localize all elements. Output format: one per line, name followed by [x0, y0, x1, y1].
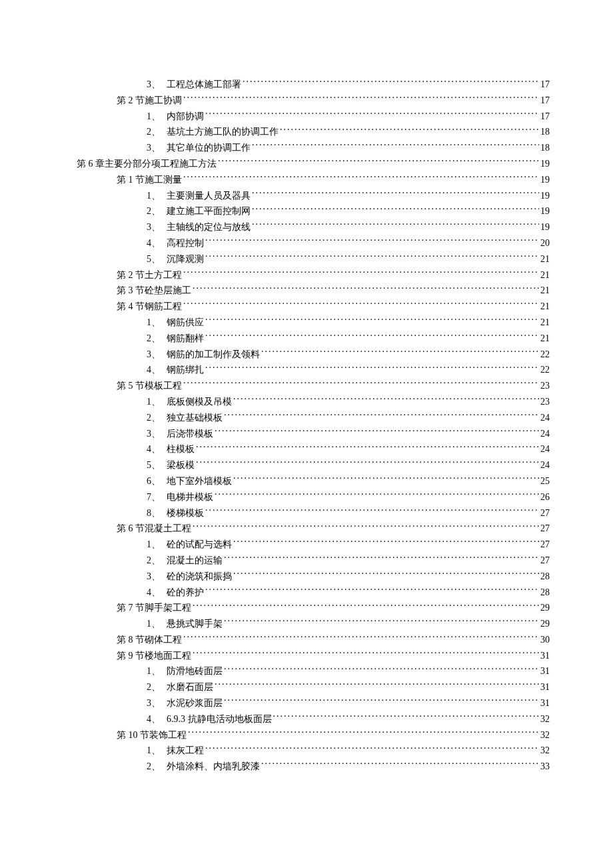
toc-entry-page: 17 — [540, 77, 550, 93]
toc-entry: 第 10 节 装饰工程32 — [77, 727, 550, 743]
toc-entry: 4、砼的养护28 — [77, 585, 550, 601]
toc-leader-dots — [280, 125, 539, 135]
toc-entry-number: 第 1 节 — [117, 172, 145, 188]
toc-entry: 第 5 节 模板工程23 — [77, 378, 550, 394]
toc-entry-page: 27 — [540, 537, 550, 553]
toc-entry-number: 3、 — [147, 569, 167, 585]
toc-entry: 1、钢筋供应21 — [77, 315, 550, 331]
toc-entry-title: 钢筋的加工制作及领料 — [167, 347, 260, 363]
toc-entry-page: 19 — [540, 219, 550, 235]
toc-entry-page: 23 — [540, 394, 550, 410]
toc-entry-page: 22 — [540, 347, 550, 363]
toc-entry-title: 施工测量 — [145, 172, 182, 188]
toc-entry-number: 7、 — [147, 489, 167, 505]
toc-leader-dots — [193, 284, 539, 293]
toc-leader-dots — [261, 348, 539, 357]
toc-entry-page: 21 — [540, 267, 550, 283]
toc-entry-page: 24 — [540, 457, 550, 473]
toc-entry-page: 31 — [540, 663, 550, 679]
toc-entry-title: 防滑地砖面层 — [167, 663, 223, 679]
toc-leader-dots — [205, 507, 539, 516]
toc-entry-title: 悬挑式脚手架 — [167, 616, 223, 632]
toc-entry: 1、抹灰工程32 — [77, 743, 550, 759]
toc-entry: 第 8 节 砌体工程30 — [77, 632, 550, 648]
toc-entry-title: 钢筋绑扎 — [167, 362, 204, 378]
toc-leader-dots — [273, 713, 540, 722]
toc-entry-title: 独立基础模板 — [167, 410, 223, 426]
toc-entry: 2、外墙涂料、内墙乳胶漆33 — [77, 759, 550, 775]
toc-leader-dots — [196, 459, 539, 468]
toc-leader-dots — [243, 78, 539, 87]
toc-entry-page: 29 — [540, 600, 550, 616]
toc-leader-dots — [205, 316, 539, 325]
toc-entry-number: 5、 — [147, 457, 167, 473]
toc-leader-dots — [224, 697, 539, 706]
toc-entry-page: 27 — [540, 505, 550, 521]
toc-entry: 1、主要测量人员及器具19 — [77, 188, 550, 204]
toc-entry-title: 高程控制 — [167, 235, 204, 251]
toc-leader-dots — [224, 411, 539, 421]
toc-entry: 5、沉降观测21 — [77, 251, 550, 267]
toc-entry: 1、内部协调17 — [77, 109, 550, 125]
toc-entry: 第 2 节 施工协调17 — [77, 93, 550, 109]
toc-entry: 3、主轴线的定位与放线19 — [77, 219, 550, 235]
toc-entry-page: 33 — [540, 759, 550, 775]
toc-entry-title: 后浇带模板 — [167, 426, 213, 442]
toc-entry: 5、梁板模24 — [77, 457, 550, 473]
toc-entry: 第 6 章 主要分部分项工程施工方法19 — [77, 156, 550, 172]
toc-entry-number: 1、 — [147, 743, 167, 759]
toc-entry-number: 第 2 节 — [117, 93, 145, 109]
toc-entry: 第 6 节 混凝土工程27 — [77, 521, 550, 537]
toc-entry-title: 建立施工平面控制网 — [167, 203, 251, 219]
toc-entry-page: 32 — [540, 727, 550, 743]
toc-entry-page: 21 — [540, 331, 550, 347]
toc-entry-number: 3、 — [147, 426, 167, 442]
toc-entry-title: 其它单位的协调工作 — [167, 140, 251, 156]
toc-leader-dots — [215, 681, 539, 690]
toc-page: 3、工程总体施工部署17第 2 节 施工协调171、内部协调172、基坑土方施工… — [0, 0, 613, 868]
toc-entry-page: 32 — [540, 711, 550, 727]
toc-entry-title: 混凝土工程 — [145, 521, 191, 537]
toc-entry-page: 24 — [540, 441, 550, 457]
toc-entry: 第 1 节 施工测量19 — [77, 172, 550, 188]
toc-entry: 第 4 节 钢筋工程21 — [77, 299, 550, 315]
toc-entry-number: 4、 — [147, 235, 167, 251]
toc-entry-number: 2、 — [147, 124, 167, 140]
toc-leader-dots — [183, 379, 539, 389]
toc-entry-number: 第 2 节 — [117, 267, 145, 283]
toc-entry: 7、电梯井模板26 — [77, 489, 550, 505]
toc-entry-title: 抹灰工程 — [167, 743, 204, 759]
toc-entry-page: 29 — [540, 616, 550, 632]
toc-leader-dots — [252, 205, 539, 214]
toc-entry: 第 7 节 脚手架工程29 — [77, 600, 550, 616]
toc-entry-page: 20 — [540, 235, 550, 251]
toc-entry: 3、工程总体施工部署17 — [77, 77, 550, 93]
toc-entry-number: 3、 — [147, 347, 167, 363]
toc-leader-dots — [252, 189, 539, 199]
toc-leader-dots — [233, 570, 539, 579]
toc-entry: 1、悬挑式脚手架29 — [77, 616, 550, 632]
toc-entry-page: 19 — [540, 172, 550, 188]
toc-leader-dots — [193, 649, 539, 659]
toc-entry-title: 主要分部分项工程施工方法 — [105, 156, 217, 172]
toc-entry: 1、底板侧模及吊模23 — [77, 394, 550, 410]
toc-leader-dots — [215, 491, 539, 500]
toc-leader-dots — [183, 269, 539, 278]
toc-entry-title: 梁板模 — [167, 457, 195, 473]
toc-entry-number: 2、 — [147, 203, 167, 219]
toc-leader-dots — [205, 586, 539, 595]
toc-leader-dots — [183, 94, 539, 103]
toc-entry-number: 第 9 节 — [117, 648, 145, 664]
toc-entry-number: 1、 — [147, 537, 167, 553]
toc-entry: 3、后浇带模板24 — [77, 426, 550, 442]
toc-entry-title: 装饰工程 — [149, 727, 187, 743]
toc-entry-number: 4、 — [147, 441, 167, 457]
toc-entry-page: 31 — [540, 695, 550, 711]
toc-entry-number: 3、 — [147, 77, 167, 93]
toc-entry-title: 工程总体施工部署 — [167, 77, 241, 93]
toc-leader-dots — [196, 443, 539, 452]
toc-entry: 4、柱模板24 — [77, 441, 550, 457]
toc-entry-page: 21 — [540, 315, 550, 331]
toc-entry: 8、楼梯模板27 — [77, 505, 550, 521]
toc-entry-number: 1、 — [147, 616, 167, 632]
